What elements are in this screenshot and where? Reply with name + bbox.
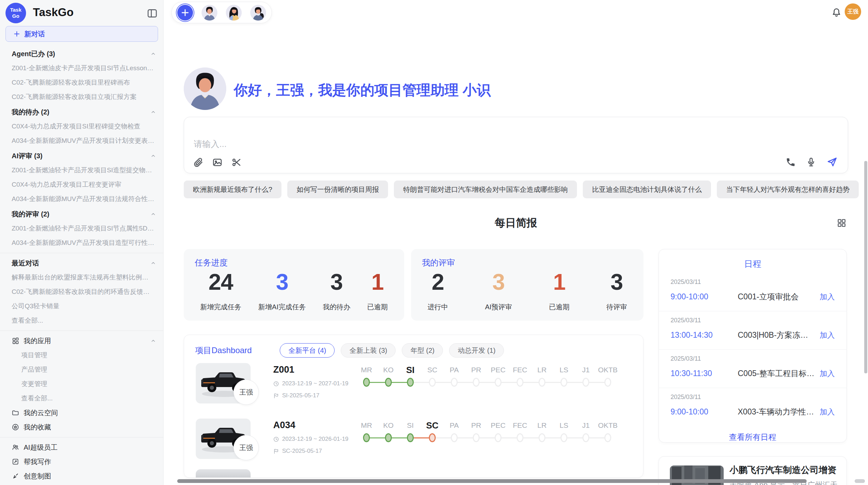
milestone-label: J1 [575,419,597,432]
plus-icon [13,30,20,37]
stat-label: 已逾期 [367,302,388,312]
item-label: 解释最新出台的欧盟报废车法规再生塑料比例被调至15%... [12,273,155,282]
logo-text-top: Task [5,7,26,13]
vertical-scrollbar-thumb[interactable] [864,161,867,373]
schedule-event: 2025/03/11 9:00-10:00 X003-车辆动力学性能验... 加… [659,388,846,426]
milestone-dot [363,433,370,442]
card-title: 任务进度 [195,257,228,268]
stat-label: 新增AI完成任务 [258,302,306,312]
sidebar-group-recent-chats[interactable]: 最近对话 [0,256,164,270]
phone-icon[interactable] [785,157,796,167]
agent-avatar[interactable] [250,5,266,21]
new-chat-button[interactable]: 新对话 [5,26,158,42]
sidebar-view-all-chats[interactable]: 查看全部... [0,313,164,328]
chat-input-box[interactable]: 请输入... [184,117,848,173]
join-link[interactable]: 加入 [820,407,835,417]
paperclip-icon[interactable] [193,157,203,167]
sidebar-group-agent-done[interactable]: Agent已办 (3) [0,47,164,61]
suggestion-chip[interactable]: 欧洲新规最近颁布了什么? [184,181,281,198]
sidebar-item-help-me-write[interactable]: 帮我写作 [0,455,164,469]
join-link[interactable]: 加入 [820,330,835,340]
project-row-a034[interactable]: 王强 A034 2023-12-19 ~ 2026-01-19 [184,419,643,470]
next-project-row-partial [196,469,251,478]
sidebar-view-all-apps[interactable]: 查看全部... [0,391,164,406]
sidebar-item[interactable]: A034-全新新能源MUV产品开发项目计划变更表编写 [0,134,164,148]
notification-bell-icon[interactable] [831,8,842,18]
milestone-label: PR [465,364,487,376]
sidebar-item-favorites[interactable]: 我的收藏 [0,420,164,434]
suggestion-chip[interactable]: 特朗普可能对进口汽车增税会对中国车企造成哪些影响 [394,181,577,198]
event-name: C005-整车工程目标评审 [738,368,815,379]
sidebar-toggle-icon[interactable] [147,8,158,19]
greeting-title: 你好，王强，我是你的项目管理助理 小识 [234,81,491,100]
milestone-dot [517,433,523,442]
milestone-dot [582,378,589,387]
sidebar-item-product-mgmt[interactable]: 产品管理 [0,362,164,377]
sidebar-item-ai-super-staff[interactable]: AI超级员工 [0,440,164,455]
sidebar-item-creative-drawing[interactable]: 创意制图 [0,469,164,483]
project-row-z001[interactable]: 王强 Z001 2023-12-19 ~ 2027-01-19 [184,363,643,414]
sidebar-item[interactable]: 解释最新出台的欧盟报废车法规再生塑料比例被调至15%... [0,270,164,285]
filter-pill-model-year[interactable]: 年型 (2) [402,343,443,358]
sidebar-item[interactable]: C0X4-动力总成开发项目SI里程碑提交物检查 [0,119,164,134]
image-icon[interactable] [212,157,222,167]
my-review-card: 我的评审 2 进行中 3 AI预评审 1 已逾期 [411,249,643,321]
sidebar-item-change-mgmt[interactable]: 变更管理 [0,377,164,391]
agent-avatar[interactable] [202,5,217,21]
layout-grid-icon[interactable] [836,218,847,228]
sidebar-item-cloud-space[interactable]: 我的云空间 [0,406,164,420]
team-icon [12,444,19,451]
sidebar-item[interactable]: C0X4-动力总成开发项目工程变更评审 [0,177,164,192]
sidebar-group-ai-review[interactable]: AI评审 (3) [0,149,164,163]
milestone-dot [495,433,502,442]
milestone-label: J1 [575,364,597,376]
user-avatar[interactable]: 王强 [845,3,861,20]
filter-pill-new-body[interactable]: 全新上装 (3) [341,343,396,358]
sidebar-item[interactable]: C02-飞腾新能源轻客改款项目立项汇报方案 [0,90,164,104]
suggestion-chip[interactable]: 比亚迪全固态电池计划具体说了什么 [583,181,711,198]
sidebar-group-my-review[interactable]: 我的评审 (2) [0,207,164,221]
milestone-label: KO [377,364,399,376]
microphone-icon[interactable] [806,157,816,167]
project-name: A034 [273,420,355,431]
item-label: 查看全部... [21,394,53,403]
chevron-up-icon [150,211,156,217]
sidebar-item[interactable]: A034-全新新能源MUV产品开发项目造型可行性评审 [0,236,164,250]
sidebar-item[interactable]: Z001-全新燃油轻卡产品开发项目SI节点属性5D文件评审 [0,221,164,236]
sidebar-item[interactable]: Z001-全新燃油皮卡产品开发项目SI节点Lesson Learn报告 [0,61,164,75]
add-agent-button[interactable] [177,5,193,21]
pen-nib-icon [12,472,19,480]
join-link[interactable]: 加入 [820,369,835,379]
filter-pill-new-platform[interactable]: 全新平台 (4) [280,343,335,358]
suggestion-chip[interactable]: 如何写一份清晰的项目周报 [287,181,388,198]
event-date: 2025/03/11 [671,317,835,324]
stat-value: 1 [367,269,388,295]
flag-icon [273,393,279,399]
divider [0,437,164,437]
horizontal-scrollbar-thumb[interactable] [177,479,807,483]
suggestion-chip[interactable]: 当下年轻人对汽车外观有怎样的喜好趋势 [717,181,859,198]
event-time: 9:00-10:00 [671,292,738,301]
milestone-label: PEC [487,364,509,376]
scissors-icon[interactable] [231,157,242,167]
chevron-up-icon [150,51,156,57]
sidebar-group-my-todo[interactable]: 我的待办 (2) [0,105,164,119]
agent-avatar[interactable] [226,5,242,21]
sidebar-item[interactable]: Z001-全新燃油轻卡产品开发项目SI造型提交物评审 [0,163,164,177]
sidebar-item[interactable]: 公司Q3轻卡销量 [0,299,164,313]
sidebar-item[interactable]: C02-飞腾新能源轻客改款项目的闭环通告反馈情况 [0,285,164,299]
filter-pill-powertrain[interactable]: 动总开发 (1) [449,343,504,358]
view-all-schedule-link[interactable]: 查看所有日程 [659,432,846,443]
chevron-up-icon [150,338,156,344]
join-link[interactable]: 加入 [820,292,835,302]
milestone-dot [582,433,589,442]
project-dashboard-card: 项目Dashboard 全新平台 (4) 全新上装 (3) 年型 (2) 动总开… [184,335,643,478]
milestone-label: SC [421,364,443,376]
sidebar-item[interactable]: A034-全新新能源MUV产品开发项目法规符合性评审 [0,192,164,206]
send-icon[interactable] [827,157,837,167]
sidebar-item[interactable]: C02-飞腾新能源轻客改款项目里程碑画布 [0,75,164,90]
sidebar-item-my-apps[interactable]: 我的应用 [0,334,164,348]
milestone-timeline: MR KO SI SC PA PR PEC FEC LR LS J1 OKTB [355,363,619,414]
stat-value: 3 [323,269,350,295]
sidebar-item-project-mgmt[interactable]: 项目管理 [0,348,164,362]
